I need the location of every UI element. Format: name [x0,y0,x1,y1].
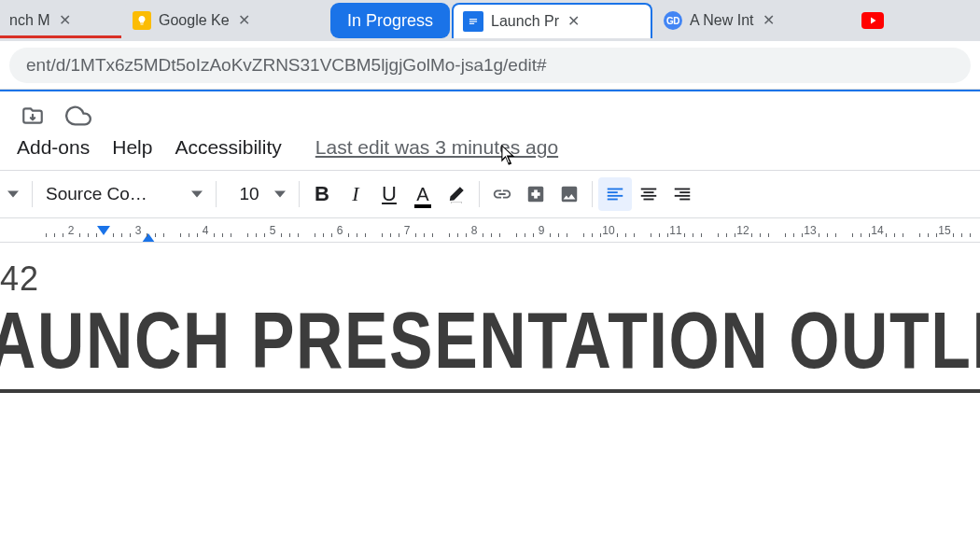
svg-rect-11 [644,191,654,193]
horizontal-ruler[interactable]: 23456789101112131415 [0,218,980,243]
font-family-dropdown[interactable]: Source Co… [38,180,210,208]
ruler-number: 15 [938,224,950,237]
ruler-number: 3 [135,224,142,237]
tab-5[interactable]: GD A New Int ✕ [654,3,850,38]
svg-rect-9 [608,199,618,201]
tab-label: A New Int [690,12,753,29]
insert-comment-button[interactable] [519,177,553,211]
document-canvas[interactable]: 42 AUNCH PRESENTATION OUTLINE [0,243,980,393]
font-size-dropdown[interactable]: 10 [222,180,293,208]
ruler-tick [491,233,492,237]
ruler-number: 5 [270,224,276,237]
ruler-tick [466,233,467,237]
left-indent-marker[interactable] [97,222,110,239]
ruler-tick [189,233,189,237]
svg-rect-8 [608,195,623,197]
tab-6[interactable] [852,3,908,38]
ruler-number: 14 [871,224,883,237]
tab-label: Google Ke [159,12,230,29]
svg-rect-15 [679,191,690,193]
menu-addons[interactable]: Add-ons [17,136,90,159]
ruler-tick [793,233,794,237]
ruler-tick [121,233,122,237]
tab-2[interactable]: Google Ke ✕ [123,3,329,38]
ruler-number: 13 [804,224,816,237]
menu-help[interactable]: Help [112,136,152,159]
ruler-tick [357,233,357,237]
svg-rect-2 [469,23,474,24]
ruler-number: 7 [404,224,411,237]
ruler-tick [365,233,366,237]
first-line-indent-marker[interactable] [142,230,155,243]
ruler-tick [533,233,534,237]
ruler-tick [264,233,265,237]
ruler-tick [567,233,567,237]
italic-button[interactable]: I [339,177,372,211]
tab-loading-indicator [0,35,121,38]
ruler-tick [348,233,349,237]
ruler-tick [835,233,836,237]
ruler-tick [331,233,332,237]
close-icon[interactable]: ✕ [762,13,777,28]
cloud-status-icon[interactable] [65,103,91,129]
svg-rect-1 [469,21,477,21]
ruler-tick [323,233,324,237]
svg-rect-5 [531,192,539,196]
toolbar-separator [592,181,593,207]
tab-4-active[interactable]: Launch Pr ✕ [452,3,652,38]
ruler-tick [634,233,635,237]
ruler-tick [869,233,870,237]
align-center-button[interactable] [632,177,665,211]
ruler-tick [424,233,425,237]
insert-image-button[interactable] [553,177,586,211]
ruler-number: 2 [68,224,75,237]
ruler-tick [651,233,651,237]
menu-bar: Add-ons Help Accessibility Last edit was… [0,133,980,170]
font-size-label: 10 [230,184,269,204]
close-icon[interactable]: ✕ [567,14,581,29]
ruler-tick [88,233,89,237]
move-to-folder-icon[interactable] [21,104,45,128]
align-left-button[interactable] [598,177,632,211]
ruler-tick [861,233,861,237]
underline-button[interactable]: U [372,177,406,211]
highlight-color-button[interactable] [440,177,473,211]
ruler-tick [180,233,181,237]
doc-title: AUNCH PRESENTATION OUTLINE [0,299,802,382]
doc-pretitle: 42 [0,259,980,299]
tab-label: nch M [9,12,50,29]
docs-icon [463,11,483,32]
ruler-tick [919,233,920,237]
svg-rect-7 [608,191,618,193]
ruler-number: 4 [203,224,209,237]
tab-3-pill[interactable]: In Progress [330,3,450,38]
menu-accessibility[interactable]: Accessibility [175,136,281,159]
address-bar[interactable]: ent/d/1MTx6z5MDt5oIzAoKvZRNS31VCBM5ljgjG… [9,48,971,83]
ruler-number: 12 [736,224,749,237]
ruler-tick [718,233,719,237]
ruler-tick [256,233,257,237]
ruler-tick [894,233,895,237]
ruler-tick [701,233,702,237]
ruler-tick [558,233,559,237]
ruler-tick [684,233,685,237]
tab-1[interactable]: nch M ✕ [0,3,121,38]
close-icon[interactable]: ✕ [237,13,252,28]
ruler-tick [382,233,383,237]
styles-dropdown-caret[interactable] [7,185,26,203]
ruler-tick [222,233,223,237]
ruler-tick [155,233,156,237]
ruler-tick [289,233,290,237]
insert-link-button[interactable] [485,177,519,211]
bold-button[interactable]: B [305,177,339,211]
ruler-tick [751,233,752,237]
text-color-button[interactable]: A [406,177,440,211]
align-right-button[interactable] [665,177,699,211]
last-edit-status[interactable]: Last edit was 3 minutes ago [315,136,558,159]
svg-rect-0 [469,19,477,20]
ruler-tick [819,233,819,237]
ruler-tick [625,233,626,237]
close-icon[interactable]: ✕ [58,13,73,28]
ruler-tick [63,233,63,237]
ruler-tick [298,233,299,237]
